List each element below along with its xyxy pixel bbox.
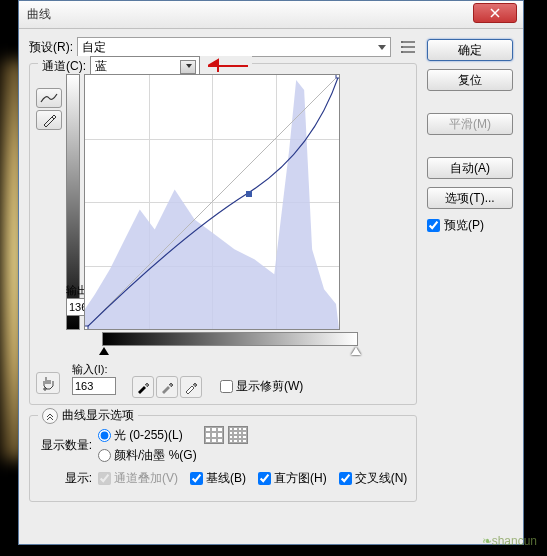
watermark: ❧shancun — [482, 529, 537, 550]
show-label: 显示: — [38, 470, 92, 487]
histogram-checkbox[interactable] — [258, 472, 271, 485]
curve-display-options: 曲线显示选项 显示数量: 光 (0-255)(L) — [29, 415, 417, 502]
targeted-adjust-button[interactable] — [36, 372, 60, 394]
curve-tool-button[interactable] — [36, 88, 62, 108]
ok-button[interactable]: 确定 — [427, 39, 513, 61]
channel-dropdown[interactable]: 蓝 — [90, 56, 200, 76]
smooth-button: 平滑(M) — [427, 113, 513, 135]
white-eyedropper-button[interactable] — [180, 376, 202, 398]
pencil-tool-button[interactable] — [36, 110, 62, 130]
close-button[interactable] — [473, 3, 517, 23]
input-label: 输入(I): — [72, 362, 116, 377]
black-eyedropper-button[interactable] — [132, 376, 154, 398]
white-point-slider[interactable] — [351, 347, 361, 355]
svg-point-1 — [401, 46, 403, 48]
curves-dialog: 曲线 预设(R): 自定 通道(C): 蓝 — [18, 0, 524, 545]
svg-point-2 — [401, 51, 403, 53]
show-clipping-checkbox[interactable] — [220, 380, 233, 393]
channel-overlay-checkbox — [98, 472, 111, 485]
gray-eyedropper-button[interactable] — [156, 376, 178, 398]
channel-fieldset: 通道(C): 蓝 — [29, 63, 417, 405]
titlebar[interactable]: 曲线 — [19, 1, 523, 29]
preview-label: 预览(P) — [444, 217, 484, 234]
show-clipping-label: 显示修剪(W) — [236, 378, 303, 395]
options-button[interactable]: 选项(T)... — [427, 187, 513, 209]
options-title: 曲线显示选项 — [62, 407, 134, 424]
reset-button[interactable]: 复位 — [427, 69, 513, 91]
collapse-button[interactable] — [42, 408, 58, 424]
preset-menu-icon[interactable] — [399, 38, 417, 56]
preset-dropdown[interactable]: 自定 — [77, 37, 391, 57]
curve-graph[interactable] — [84, 74, 340, 330]
grid-small-button[interactable] — [204, 426, 224, 444]
input-input[interactable] — [72, 377, 116, 395]
grid-large-button[interactable] — [228, 426, 248, 444]
show-amount-label: 显示数量: — [38, 437, 92, 454]
histogram — [85, 75, 339, 329]
curve-control-point[interactable] — [246, 191, 252, 197]
auto-button[interactable]: 自动(A) — [427, 157, 513, 179]
annotation-arrow-icon — [208, 58, 248, 74]
dialog-title: 曲线 — [27, 6, 51, 23]
preview-checkbox[interactable] — [427, 219, 440, 232]
black-point-slider[interactable] — [99, 347, 109, 355]
svg-point-0 — [401, 41, 403, 43]
light-radio[interactable] — [98, 429, 111, 442]
input-gradient — [102, 332, 358, 346]
intersection-checkbox[interactable] — [339, 472, 352, 485]
pigment-radio[interactable] — [98, 449, 111, 462]
preset-label: 预设(R): — [29, 39, 73, 56]
baseline-checkbox[interactable] — [190, 472, 203, 485]
